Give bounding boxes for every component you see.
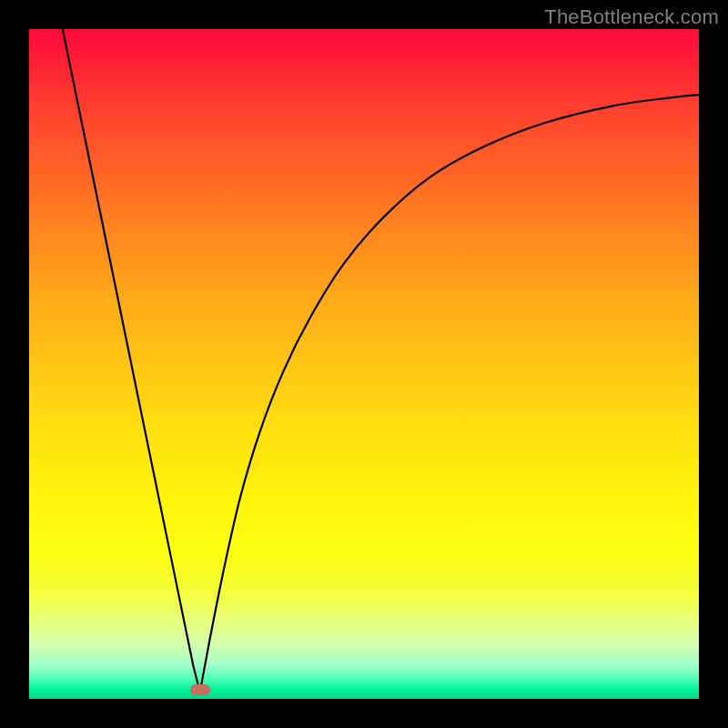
min-marker (190, 684, 210, 695)
watermark-text: TheBottleneck.com (544, 5, 719, 29)
plot-area (29, 29, 699, 699)
curve-left-branch (63, 29, 200, 693)
chart-frame: TheBottleneck.com (0, 0, 728, 728)
curve-svg (29, 29, 699, 699)
curve-right-branch (200, 95, 699, 693)
